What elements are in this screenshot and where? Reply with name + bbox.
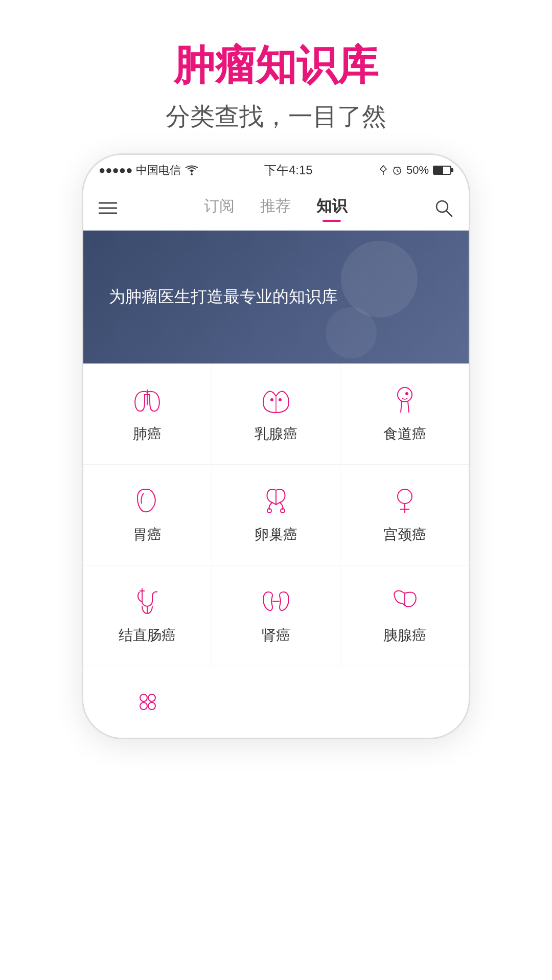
ovary-label: 卵巢癌 [255,525,297,544]
hamburger-icon [99,200,117,216]
status-right: 50% [379,164,453,177]
grid-item-cervix[interactable]: 宫颈癌 [340,465,469,565]
knowledge-banner: 为肿瘤医生打造最专业的知识库 [83,231,469,363]
svg-point-15 [398,388,412,402]
search-icon [434,198,453,218]
colon-icon [129,586,165,617]
esophagus-label: 食道癌 [383,424,426,444]
svg-point-14 [279,399,281,401]
grid-item-kidney[interactable]: 肾癌 [212,565,340,666]
svg-point-13 [271,399,273,401]
wifi-icon [185,165,198,175]
status-time: 下午4:15 [264,162,313,178]
grid-item-lung[interactable]: 肺癌 [83,364,212,464]
location-icon [379,165,388,176]
svg-point-28 [140,702,147,710]
grid-bottom-row [83,666,469,738]
page-title: 肿瘤知识库 [0,41,552,90]
grid-item-stomach[interactable]: 胃癌 [83,465,212,565]
grid-item-pancreas[interactable]: 胰腺癌 [340,565,469,666]
banner-text: 为肿瘤医生打造最专业的知识库 [109,286,338,308]
grid-item-colon[interactable]: 结直肠癌 [83,565,212,666]
nav-tabs: 订阅 推荐 知识 [204,196,347,220]
svg-point-26 [140,694,147,701]
pancreas-label: 胰腺癌 [383,626,426,645]
svg-line-11 [446,211,452,216]
cervix-label: 宫颈癌 [383,525,426,544]
svg-point-0 [191,173,193,175]
status-bar: ●●●●● 中国电信 下午4:15 [83,155,469,186]
breast-label: 乳腺癌 [255,424,297,444]
alarm-icon [392,165,402,175]
svg-line-6 [399,167,400,168]
svg-line-5 [394,167,395,168]
phone-frame: ●●●●● 中国电信 下午4:15 [82,153,470,739]
svg-point-21 [398,489,412,504]
page-subtitle: 分类查找，一目了然 [0,100,552,133]
svg-line-16 [401,401,402,413]
stomach-icon [129,485,165,516]
grid-item-breast[interactable]: 乳腺癌 [212,364,340,464]
svg-point-18 [406,393,408,395]
esophagus-icon [387,384,423,415]
svg-point-27 [148,694,155,701]
page-header: 肿瘤知识库 分类查找，一目了然 [0,0,552,153]
tab-knowledge[interactable]: 知识 [316,196,347,220]
search-button[interactable] [434,198,453,218]
stomach-label: 胃癌 [133,525,162,544]
menu-icon[interactable] [99,200,117,216]
kidney-label: 肾癌 [262,626,290,645]
more-cancer-icon [130,687,166,717]
kidney-icon [258,586,294,617]
ovary-icon [258,485,294,516]
status-carrier: ●●●●● 中国电信 [99,163,198,178]
colon-label: 结直肠癌 [119,626,176,645]
lung-icon [129,384,165,415]
lung-label: 肺癌 [133,424,162,444]
grid-item-more[interactable] [83,666,212,738]
breast-icon [258,384,294,415]
cervix-icon [387,485,423,516]
cancer-grid: 肺癌 乳腺癌 [83,363,469,666]
tab-subscribe[interactable]: 订阅 [204,196,235,220]
battery-icon [433,166,453,175]
nav-bar: 订阅 推荐 知识 [83,186,469,231]
pancreas-icon [387,586,423,617]
tab-recommend[interactable]: 推荐 [260,196,291,220]
svg-line-17 [408,401,409,413]
grid-item-ovary[interactable]: 卵巢癌 [212,465,340,565]
svg-point-29 [148,702,155,710]
grid-item-esophagus[interactable]: 食道癌 [340,364,469,464]
